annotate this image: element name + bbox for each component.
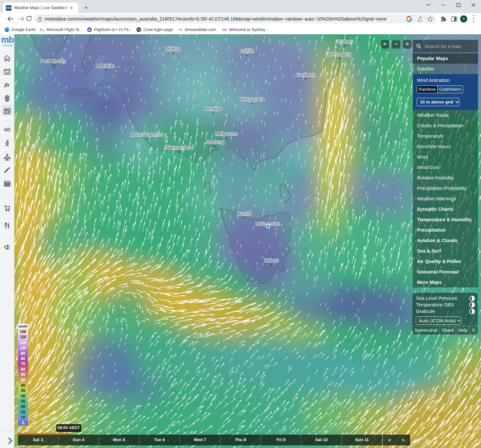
- svg-text:Sydney: Sydney: [337, 39, 353, 44]
- svg-text:Griffith: Griffith: [240, 48, 254, 54]
- svg-text:Melbourne: Melbourne: [215, 131, 238, 136]
- svg-text:Geelong: Geelong: [206, 139, 224, 145]
- svg-text:Adelaide: Adelaide: [96, 63, 115, 69]
- svg-text:Mildura: Mildura: [165, 46, 181, 52]
- svg-text:SYD: SYD: [223, 29, 227, 31]
- svg-text:Port Lincoln: Port Lincoln: [41, 58, 66, 64]
- svg-text:Hobart: Hobart: [264, 258, 279, 263]
- svg-text:Bendigo: Bendigo: [204, 106, 222, 111]
- svg-text:Fs: Fs: [40, 27, 44, 32]
- svg-text:Burnie: Burnie: [237, 211, 251, 216]
- svg-text:14: 14: [6, 71, 9, 74]
- svg-text:Wangaratta: Wangaratta: [240, 97, 265, 102]
